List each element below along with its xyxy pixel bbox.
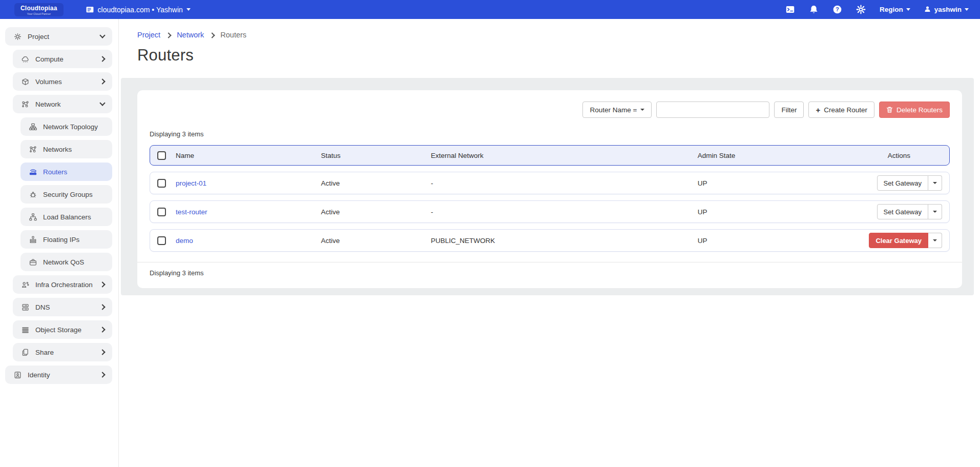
external-network-cell: - xyxy=(431,179,698,187)
sidebar-item-network-qos[interactable]: Network QoS xyxy=(20,253,112,271)
notifications-bell-icon[interactable] xyxy=(809,5,819,15)
sidebar-item-load-balancers[interactable]: Load Balancers xyxy=(20,208,112,226)
sidebar-item-object-storage[interactable]: Object Storage xyxy=(13,320,112,339)
top-actions: ? Region yashwin xyxy=(785,5,980,15)
sidebar-item-security-groups[interactable]: Security Groups xyxy=(20,185,112,204)
sidebar-item-identity[interactable]: Identity xyxy=(5,366,112,384)
region-label: Region xyxy=(880,6,903,13)
table-footer-divider xyxy=(137,262,962,262)
router-name-link[interactable]: demo xyxy=(176,237,321,245)
trash-icon xyxy=(886,106,893,113)
breadcrumb: Project Network Routers xyxy=(119,19,980,39)
svg-text:?: ? xyxy=(836,6,840,12)
chevron-right-icon xyxy=(165,32,171,38)
project-context-switcher[interactable]: cloudtopiaa.com • Yashwin xyxy=(86,5,191,14)
sidebar-item-volumes[interactable]: Volumes xyxy=(13,72,112,91)
external-network-cell: PUBLIC_NETWORK xyxy=(431,237,698,245)
app-root: Cloudtopiaa Your Cloud Partner cloudtopi… xyxy=(0,0,980,467)
row-checkbox[interactable] xyxy=(157,208,166,216)
sidebar-item-project[interactable]: Project xyxy=(5,27,112,46)
settings-gear-icon[interactable] xyxy=(856,5,866,15)
network-icon xyxy=(21,100,30,109)
context-label: cloudtopiaa.com • Yashwin xyxy=(98,6,183,14)
sidebar: ProjectComputeVolumesNetworkNetwork Topo… xyxy=(0,19,119,467)
row-actions-dropdown[interactable] xyxy=(928,175,942,191)
logo-title: Cloudtopiaa xyxy=(20,5,57,12)
row-checkbox[interactable] xyxy=(157,179,166,188)
chevron-right-icon xyxy=(99,56,105,62)
objectstorage-icon xyxy=(21,326,30,334)
user-menu[interactable]: yashwin xyxy=(924,5,969,14)
sidebar-item-share[interactable]: Share xyxy=(13,343,112,361)
chevron-down-icon xyxy=(906,8,910,11)
filter-field-dropdown[interactable]: Router Name = xyxy=(582,101,652,118)
select-all-checkbox[interactable] xyxy=(157,151,166,160)
sidebar-item-label: Volumes xyxy=(35,78,95,86)
row-checkbox[interactable] xyxy=(157,236,166,245)
sidebar-item-network[interactable]: Network xyxy=(13,95,112,113)
table-body: project-01Active-UPSet Gatewaytest-route… xyxy=(150,172,950,252)
chevron-right-icon xyxy=(99,327,105,332)
sidebar-item-infra-orchestration[interactable]: Infra Orchestration xyxy=(13,275,112,294)
set-gateway-button[interactable]: Set Gateway xyxy=(877,204,928,219)
row-actions-dropdown[interactable] xyxy=(928,233,942,248)
infra-icon xyxy=(21,280,30,289)
region-dropdown[interactable]: Region xyxy=(880,6,910,13)
console-icon[interactable] xyxy=(785,5,796,15)
sidebar-item-network-topology[interactable]: Network Topology xyxy=(20,117,112,136)
table-toolbar: Router Name = Filter + Create Router Del… xyxy=(150,101,950,118)
router-name-link[interactable]: project-01 xyxy=(176,179,321,187)
breadcrumb-current: Routers xyxy=(220,31,246,39)
item-count-top: Displaying 3 items xyxy=(150,130,950,138)
sidebar-item-floating-ips[interactable]: Floating IPs xyxy=(20,230,112,249)
sidebar-item-label: Network QoS xyxy=(43,258,106,266)
row-actions-dropdown[interactable] xyxy=(928,204,942,219)
help-icon[interactable]: ? xyxy=(832,5,843,15)
sidebar-item-dns[interactable]: DNS xyxy=(13,298,112,316)
logo-tagline: Your Cloud Partner xyxy=(20,12,57,15)
filter-button-label: Filter xyxy=(781,106,797,114)
column-header-admin-state: Admin State xyxy=(698,152,863,159)
item-count-bottom: Displaying 3 items xyxy=(150,269,950,277)
table-header-row: Name Status External Network Admin State… xyxy=(150,145,950,166)
set-gateway-button[interactable]: Set Gateway xyxy=(877,175,928,191)
main-content: Project Network Routers Routers Router N… xyxy=(119,19,980,467)
filter-field-label: Router Name = xyxy=(590,106,637,114)
sidebar-item-label: Share xyxy=(35,349,95,356)
identity-icon xyxy=(13,371,22,379)
create-router-label: Create Router xyxy=(824,106,867,114)
sidebar-item-routers[interactable]: Routers xyxy=(20,163,112,181)
table-row-test-router: test-routerActive-UPSet Gateway xyxy=(150,200,950,223)
admin-state-cell: UP xyxy=(698,208,863,216)
sidebar-item-label: DNS xyxy=(35,303,95,311)
sidebar-item-label: Network xyxy=(35,100,95,108)
sidebar-item-label: Identity xyxy=(28,371,95,379)
sidebar-item-label: Security Groups xyxy=(43,191,106,198)
floatingip-icon xyxy=(29,235,37,244)
column-header-status: Status xyxy=(321,152,430,159)
sidebar-item-compute[interactable]: Compute xyxy=(13,50,112,68)
chevron-right-icon xyxy=(210,32,215,38)
filter-input[interactable] xyxy=(656,101,769,118)
breadcrumb-network[interactable]: Network xyxy=(177,31,204,39)
volumes-icon xyxy=(21,77,30,86)
filter-button[interactable]: Filter xyxy=(774,101,804,118)
clear-gateway-button[interactable]: Clear Gateway xyxy=(869,233,928,248)
chevron-down-icon xyxy=(99,32,105,38)
breadcrumb-project[interactable]: Project xyxy=(137,31,160,39)
delete-routers-label: Delete Routers xyxy=(896,106,943,114)
user-icon xyxy=(924,5,931,14)
security-icon xyxy=(29,190,37,199)
dns-icon xyxy=(21,303,30,312)
sidebar-item-networks[interactable]: Networks xyxy=(20,140,112,158)
external-network-cell: - xyxy=(431,208,698,216)
logo[interactable]: Cloudtopiaa Your Cloud Partner xyxy=(14,3,64,16)
create-router-button[interactable]: + Create Router xyxy=(808,101,874,118)
sidebar-item-label: Project xyxy=(28,33,95,40)
router-name-link[interactable]: test-router xyxy=(176,208,321,216)
sidebar-item-label: Networks xyxy=(43,146,106,153)
topology-icon xyxy=(29,123,37,131)
delete-routers-button[interactable]: Delete Routers xyxy=(879,101,950,118)
routers-card: Router Name = Filter + Create Router Del… xyxy=(137,90,962,288)
chevron-right-icon xyxy=(99,349,105,355)
